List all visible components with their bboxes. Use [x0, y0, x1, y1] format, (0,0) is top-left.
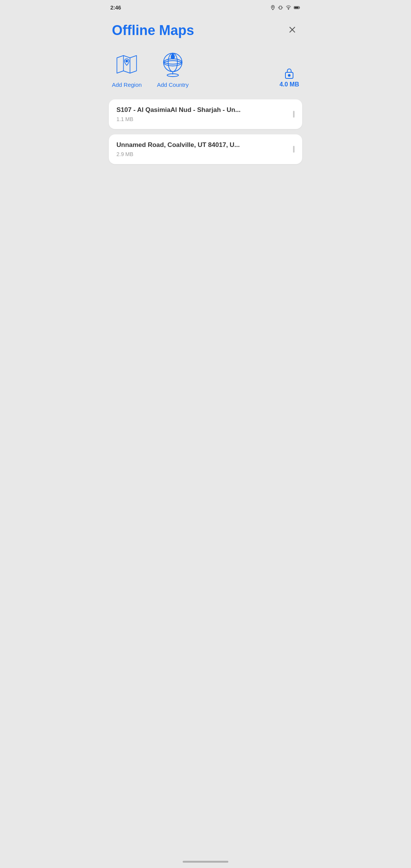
- status-time: 2:46: [110, 5, 121, 11]
- wifi-icon: [285, 5, 292, 10]
- add-country-label: Add Country: [157, 81, 188, 88]
- svg-point-15: [163, 59, 182, 66]
- svg-rect-4: [295, 7, 299, 9]
- add-region-button[interactable]: Add Region: [112, 51, 142, 88]
- drag-handle: [293, 111, 295, 118]
- svg-point-0: [272, 6, 274, 8]
- status-bar: 2:46: [103, 0, 308, 15]
- add-region-label: Add Region: [112, 81, 142, 88]
- add-country-button[interactable]: Add Country: [157, 51, 188, 88]
- map-item[interactable]: Unnamed Road, Coalville, UT 84017, U... …: [109, 134, 302, 164]
- add-region-icon: [113, 51, 140, 78]
- map-item[interactable]: S107 - Al QasimiaAl Nud - Sharjah - Un..…: [109, 99, 302, 129]
- svg-point-10: [126, 60, 128, 62]
- map-item-content: Unnamed Road, Coalville, UT 84017, U... …: [116, 141, 289, 157]
- vibrate-icon: [278, 5, 283, 10]
- map-item-content: S107 - Al QasimiaAl Nud - Sharjah - Un..…: [116, 106, 289, 122]
- map-item-name: S107 - Al QasimiaAl Nud - Sharjah - Un..…: [116, 106, 289, 114]
- storage-size: 4.0 MB: [279, 81, 299, 88]
- battery-icon: [294, 5, 301, 10]
- close-button[interactable]: [285, 23, 299, 37]
- maps-list: S107 - Al QasimiaAl Nud - Sharjah - Un..…: [103, 92, 308, 172]
- svg-point-17: [288, 74, 290, 76]
- map-item-size: 2.9 MB: [116, 151, 289, 157]
- drag-handle: [293, 146, 295, 153]
- close-icon: [288, 26, 296, 34]
- svg-point-2: [288, 9, 289, 10]
- status-icons: [270, 5, 301, 10]
- storage-info: 4.0 MB: [279, 67, 299, 88]
- map-item-name: Unnamed Road, Coalville, UT 84017, U...: [116, 141, 289, 149]
- location-icon: [270, 5, 276, 10]
- actions-row: Add Region Add Country: [103, 42, 308, 92]
- bottom-bar: [103, 858, 308, 868]
- svg-marker-7: [117, 55, 136, 73]
- lock-icon: [284, 67, 294, 80]
- add-country-icon: [159, 51, 186, 78]
- home-indicator: [183, 861, 228, 863]
- map-item-size: 1.1 MB: [116, 116, 289, 122]
- svg-rect-1: [279, 6, 282, 9]
- header: Offline Maps: [103, 15, 308, 42]
- page-title: Offline Maps: [112, 23, 194, 38]
